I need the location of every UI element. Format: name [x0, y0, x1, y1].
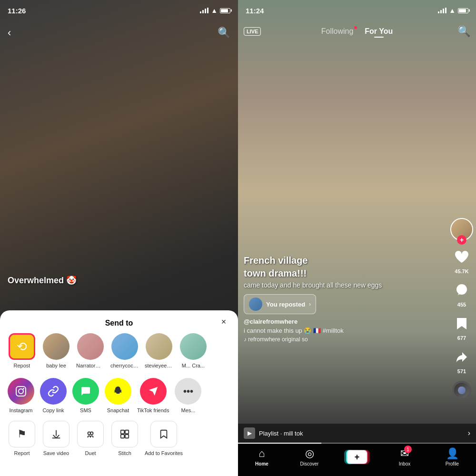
close-button[interactable]: × — [217, 315, 230, 328]
right-top-nav: LIVE Following For You 🔍 — [238, 21, 476, 42]
tiktok-friends-label: TikTok friends — [137, 407, 169, 413]
right-like-action[interactable]: 45.7K — [452, 248, 471, 274]
save-video-action[interactable]: Save video — [42, 421, 70, 456]
duet-action[interactable]: Duet — [76, 421, 105, 456]
home-label: Home — [255, 461, 268, 466]
left-status-bar: 11:26 ▲ — [0, 0, 238, 21]
svg-rect-8 — [121, 430, 124, 434]
share-header: Send to × — [0, 310, 238, 333]
reposted-badge[interactable]: You reposted › — [244, 294, 316, 314]
repost-contact-item[interactable]: ⟲ Repost — [8, 333, 36, 368]
signal-icon — [200, 8, 208, 13]
favorites-label: Add to Favorites — [145, 450, 183, 456]
tiktok-friends-share[interactable]: TikTok friends — [137, 378, 169, 413]
repost-button[interactable]: ⟲ — [9, 333, 35, 360]
create-button[interactable]: + — [346, 450, 368, 464]
contact-avatar-1 — [43, 333, 69, 360]
contact-item-4[interactable]: stevieyeeeye — [145, 333, 173, 368]
back-button[interactable]: ‹ — [8, 27, 11, 39]
more-share[interactable]: ••• Mes... — [175, 378, 201, 413]
right-share-action[interactable]: 571 — [452, 347, 471, 374]
profile-label: Profile — [446, 461, 459, 466]
contact-item-2[interactable]: NarratorMariPenning — [76, 333, 105, 368]
contact-name-3: cherrycocacora — [110, 363, 139, 368]
contact-name-4: stevieyeeeye — [145, 363, 173, 368]
contact-name-2: NarratorMariPenning — [76, 363, 105, 368]
contact-avatar-4 — [146, 333, 172, 360]
contact-item-5[interactable]: M... Cra... — [179, 333, 208, 368]
right-status-time: 11:24 — [246, 7, 264, 15]
sms-share[interactable]: SMS — [72, 378, 99, 413]
search-button[interactable]: 🔍 — [218, 27, 230, 39]
tab-for-you[interactable]: For You — [365, 27, 393, 36]
right-battery-icon — [458, 8, 468, 13]
save-video-label: Save video — [43, 450, 69, 456]
left-status-icons: ▲ — [200, 7, 230, 14]
battery-icon — [220, 8, 230, 13]
tab-discover[interactable]: ◎ Discover — [286, 447, 333, 466]
favorites-action[interactable]: Add to Favorites — [145, 421, 183, 456]
create-plus-icon: + — [347, 450, 367, 464]
sms-icon — [72, 378, 99, 405]
share-sheet: Send to × ⟲ Repost baby lee NarratorMari… — [0, 310, 238, 476]
caption-sub: came today and he brought all these new … — [244, 281, 443, 290]
svg-point-4 — [19, 389, 23, 394]
instagram-label: Instagram — [10, 407, 33, 413]
snapchat-share[interactable]: Snapchat — [105, 378, 131, 413]
svg-rect-10 — [121, 435, 124, 438]
right-share-count: 571 — [457, 368, 466, 374]
live-button[interactable]: LIVE — [244, 27, 261, 36]
right-comment-icon — [452, 281, 471, 300]
instagram-icon — [8, 378, 34, 405]
reposted-avatar — [249, 298, 262, 311]
more-options-icon: ••• — [175, 378, 201, 405]
tab-home[interactable]: ⌂ Home — [238, 447, 286, 466]
link-icon — [40, 378, 67, 405]
right-follow-button[interactable]: + — [457, 235, 466, 245]
sms-label: SMS — [80, 407, 91, 413]
right-comment-action[interactable]: 455 — [452, 281, 471, 307]
instagram-share[interactable]: Instagram — [8, 378, 34, 413]
playlist-bar[interactable]: ▶ Playlist · mill tok › — [238, 424, 476, 443]
live-badge: LIVE — [244, 27, 261, 36]
contact-item-1[interactable]: baby lee — [42, 333, 70, 368]
svg-rect-11 — [125, 435, 129, 438]
duet-label: Duet — [85, 450, 96, 456]
right-bookmark-count: 677 — [457, 335, 466, 341]
right-like-count: 45.7K — [455, 268, 468, 274]
repost-icon: ⟲ — [17, 339, 27, 354]
right-bookmark-action[interactable]: 677 — [452, 314, 471, 341]
caption-desc: i cannot make this up 😭 🇫🇷 #milltok — [244, 327, 443, 334]
svg-rect-9 — [125, 430, 129, 434]
right-side-actions: + 45.7K 455 — [450, 218, 473, 400]
right-search-button[interactable]: 🔍 — [457, 25, 470, 38]
right-disc-action — [452, 381, 471, 400]
right-wifi-icon: ▲ — [449, 7, 456, 14]
copy-link-share[interactable]: Copy link — [40, 378, 67, 413]
profile-icon: 👤 — [446, 447, 459, 460]
tab-create[interactable]: + — [333, 447, 381, 466]
discover-icon: ◎ — [305, 447, 314, 460]
nav-tabs: Following For You — [321, 27, 393, 36]
contact-item-3[interactable]: cherrycocacora — [110, 333, 139, 368]
following-dot — [354, 26, 357, 29]
more-actions-row: ⚑ Report Save video — [0, 419, 238, 462]
inbox-badge: 1 — [404, 446, 412, 453]
tab-following[interactable]: Following — [321, 27, 354, 36]
contacts-row: ⟲ Repost baby lee NarratorMariPenning ch… — [0, 333, 238, 376]
copy-link-label: Copy link — [42, 407, 64, 413]
reposted-text: You reposted — [266, 301, 305, 308]
svg-point-5 — [23, 388, 24, 389]
right-creator-avatar-container[interactable]: + — [450, 218, 473, 241]
tab-profile[interactable]: 👤 Profile — [428, 447, 476, 466]
report-action[interactable]: ⚑ Report — [8, 421, 36, 456]
caption-title-line1: French village — [244, 255, 443, 266]
stitch-icon — [111, 421, 138, 447]
stitch-action[interactable]: Stitch — [110, 421, 139, 456]
right-bookmark-icon — [452, 314, 471, 333]
right-signal-icon — [438, 8, 446, 13]
snapchat-icon — [105, 378, 131, 405]
tab-inbox[interactable]: ✉ 1 Inbox — [381, 447, 428, 466]
right-video-background — [238, 0, 476, 476]
duet-icon — [77, 421, 104, 447]
